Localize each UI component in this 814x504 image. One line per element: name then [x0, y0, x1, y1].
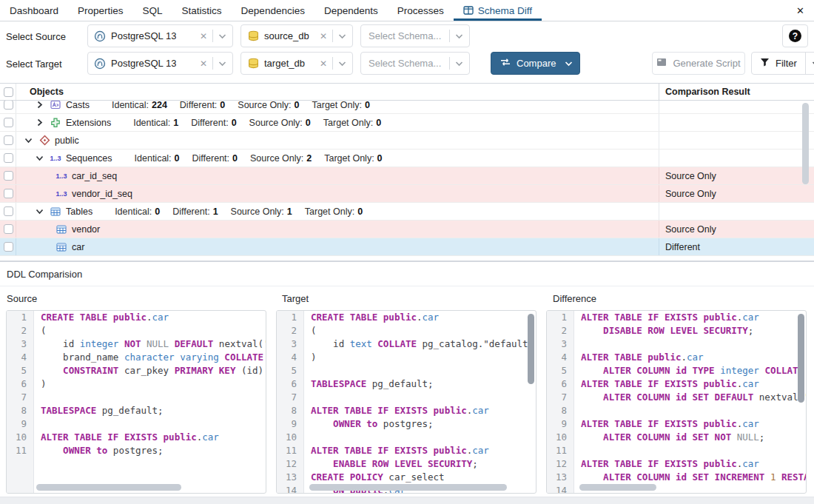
target-database-select[interactable]: target_db ✕: [240, 52, 353, 75]
horizontal-scrollbar[interactable]: [309, 484, 507, 491]
line-number: 2: [7, 324, 33, 337]
stat-sourceonly: Source Only:2: [250, 153, 312, 164]
row-checkbox[interactable]: [4, 135, 13, 145]
vertical-scrollbar[interactable]: [528, 314, 534, 384]
row-checkbox[interactable]: [4, 171, 13, 181]
casts-icon: [50, 101, 61, 110]
code-line: 5: [277, 364, 536, 377]
chevron-down-icon[interactable]: [218, 61, 226, 67]
help-button[interactable]: ?: [782, 24, 808, 47]
table-row-car[interactable]: carDifferent: [0, 238, 814, 256]
source-database-select[interactable]: source_db ✕: [240, 24, 353, 47]
code-line: 2 DISABLE ROW LEVEL SECURITY;: [547, 324, 806, 337]
chevron-down-icon[interactable]: [36, 206, 45, 216]
sequence-icon: 1..3: [56, 172, 67, 180]
tab-dependents[interactable]: Dependents: [314, 0, 388, 21]
chevron-down-icon[interactable]: [338, 61, 346, 67]
row-checkbox[interactable]: [4, 242, 13, 252]
table-row-sequences[interactable]: 1..3SequencesIdentical:0Different:0Sourc…: [0, 149, 814, 167]
row-checkbox[interactable]: [4, 224, 13, 234]
line-number: 5: [277, 364, 303, 377]
chevron-down-icon[interactable]: [36, 153, 45, 163]
difference-code-editor[interactable]: 1ALTER TABLE IF EXISTS public.car2 DISAB…: [546, 310, 807, 494]
tab-dependencies[interactable]: Dependencies: [232, 0, 314, 21]
close-icon[interactable]: ✕: [796, 6, 804, 16]
table-row-extensions[interactable]: ExtensionsIdentical:1Different:0Source O…: [0, 114, 814, 132]
target-server-value: PostgreSQL 13: [111, 58, 176, 69]
table-row-public[interactable]: public: [0, 132, 814, 149]
chevron-down-icon[interactable]: [805, 53, 814, 74]
target-schema-select[interactable]: Select Schema...: [360, 52, 470, 75]
code-line: 10ALTER TABLE IF EXISTS public.car: [7, 431, 266, 444]
select-target-label: Select Target: [6, 58, 62, 69]
line-number: 3: [7, 337, 33, 351]
target-code-editor[interactable]: 1CREATE TABLE public.car2(3 id text COLL…: [276, 310, 536, 494]
select-all-checkbox[interactable]: [4, 87, 13, 97]
chevron-down-icon[interactable]: [24, 135, 34, 145]
stat-targetonly: Target Only:0: [305, 206, 363, 217]
clear-icon[interactable]: ✕: [200, 32, 207, 41]
tab-processes[interactable]: Processes: [388, 0, 454, 21]
chevron-down-icon[interactable]: [218, 33, 226, 39]
row-checkbox[interactable]: [4, 118, 13, 127]
select-source-label: Select Source: [6, 30, 66, 41]
ddl-comparison-section: DDL Comparision Source Target Difference…: [0, 261, 814, 504]
clear-icon[interactable]: ✕: [200, 59, 207, 68]
row-checkbox[interactable]: [4, 101, 13, 110]
line-number: 7: [547, 391, 574, 404]
chevron-right-icon[interactable]: [36, 101, 45, 110]
table-icon: [56, 242, 67, 252]
filter-button[interactable]: Filter: [751, 52, 814, 75]
table-row-casts[interactable]: CastsIdentical:224Different:0Source Only…: [0, 101, 814, 114]
tab-dashboard[interactable]: Dashboard: [0, 0, 68, 21]
table-row-car_id_seq[interactable]: 1..3car_id_seqSource Only: [0, 167, 814, 185]
help-icon: ?: [789, 30, 801, 42]
horizontal-scrollbar[interactable]: [36, 484, 181, 491]
table-row-vendor[interactable]: vendorSource Only: [0, 221, 814, 238]
tab-properties[interactable]: Properties: [68, 0, 133, 21]
source-server-select[interactable]: PostgreSQL 13 ✕: [87, 24, 233, 47]
line-number: 13: [277, 471, 303, 484]
ddl-comparison-title: DDL Comparision: [0, 262, 814, 286]
chevron-down-icon[interactable]: [455, 33, 463, 39]
code-line: 3 id integer NOT NULL DEFAULT nextval(': [7, 337, 266, 351]
target-database-value: target_db: [264, 58, 305, 69]
row-checkbox[interactable]: [4, 153, 13, 163]
line-number: 2: [547, 324, 574, 337]
target-server-select[interactable]: PostgreSQL 13 ✕: [87, 52, 233, 75]
row-checkbox[interactable]: [4, 189, 13, 198]
tab-sql[interactable]: SQL: [133, 0, 172, 21]
clear-icon[interactable]: ✕: [320, 59, 327, 68]
horizontal-scrollbar[interactable]: [579, 484, 656, 491]
vertical-scrollbar[interactable]: [798, 314, 804, 403]
source-server-value: PostgreSQL 13: [111, 30, 176, 41]
grid-body: CastsIdentical:224Different:0Source Only…: [0, 101, 814, 261]
code-line: 11ALTER TABLE IF EXISTS public.car: [277, 444, 536, 457]
chevron-down-icon[interactable]: [562, 61, 579, 67]
table-row-tables[interactable]: TablesIdentical:0Different:1Source Only:…: [0, 203, 814, 221]
stat-identical: Identical:1: [133, 118, 178, 128]
chevron-down-icon[interactable]: [338, 33, 346, 39]
grid-vertical-scrollbar[interactable]: [802, 103, 809, 184]
tab-schema-diff[interactable]: Schema Diff: [454, 0, 542, 21]
line-number: 9: [7, 417, 33, 431]
comparison-result-cell: Source Only: [659, 167, 801, 184]
code-line: 11 OWNER to postgres;: [7, 444, 266, 457]
table-row-vendor_id_seq[interactable]: 1..3vendor_id_seqSource Only: [0, 185, 814, 203]
compare-button[interactable]: Compare: [491, 52, 580, 75]
code-line: 4 brand_name character varying COLLATE: [7, 351, 266, 364]
line-number: 7: [277, 391, 303, 404]
row-checkbox[interactable]: [4, 206, 13, 216]
chevron-right-icon[interactable]: [36, 118, 45, 127]
source-code-editor[interactable]: 1CREATE TABLE public.car2(3 id integer N…: [6, 310, 266, 494]
generate-script-button[interactable]: Generate Script: [652, 52, 745, 75]
clear-icon[interactable]: ✕: [320, 32, 327, 41]
code-line: 7: [7, 391, 266, 404]
compare-icon: [500, 58, 511, 69]
row-label: Extensions: [66, 118, 111, 128]
tab-statistics[interactable]: Statistics: [172, 0, 232, 21]
source-schema-select[interactable]: Select Schema...: [360, 24, 470, 47]
sequences-icon: 1..3: [50, 155, 61, 162]
line-number: 8: [547, 404, 574, 417]
chevron-down-icon[interactable]: [455, 61, 463, 67]
